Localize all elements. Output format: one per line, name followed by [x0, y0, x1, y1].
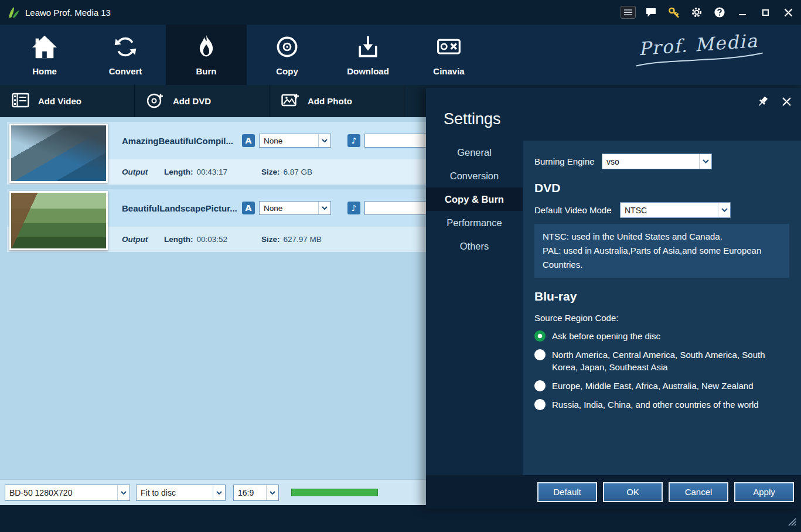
ok-button[interactable]: OK: [603, 482, 663, 502]
subtitle-select[interactable]: None: [259, 201, 331, 215]
burning-engine-value: vso: [602, 157, 699, 166]
chevron-down-icon: [318, 202, 330, 214]
info-line-1: NTSC: used in the United States and Cana…: [543, 230, 781, 244]
size-label: Size:: [261, 235, 280, 244]
subtitle-icon: A: [242, 202, 255, 214]
add-video-button[interactable]: Add Video: [0, 85, 135, 117]
resize-grip[interactable]: [788, 518, 796, 528]
leawo-logo-icon: [7, 6, 20, 19]
settings-gear-icon[interactable]: [687, 4, 706, 21]
toolbar-button-label: Add DVD: [173, 96, 211, 106]
tab-cinavia[interactable]: Cinavia: [408, 25, 489, 85]
chevron-down-icon: [699, 154, 711, 169]
settings-content: Burning Engine vso DVD Default Video Mod…: [523, 141, 801, 475]
length-label: Length:: [164, 235, 193, 244]
video-mode-value: NTSC: [621, 206, 718, 215]
amd-overlay-badge-icon: [619, 4, 638, 21]
disc-type-value: BD-50 1280X720: [5, 488, 117, 497]
video-mode-info-box: NTSC: used in the United States and Cana…: [534, 224, 789, 278]
settings-close-icon[interactable]: [779, 94, 794, 109]
region-option-label: Europe, Middle East, Africa, Australia, …: [552, 380, 754, 392]
tab-label: Burn: [196, 66, 217, 76]
subtitle-icon: A: [242, 134, 255, 147]
register-key-icon[interactable]: [664, 4, 683, 21]
region-option-label: North America, Central America, South Am…: [552, 349, 786, 373]
size-value: 6.87 GB: [284, 168, 313, 176]
tab-label: Copy: [276, 66, 298, 76]
video-title: AmazingBeautifulCompil...: [122, 136, 242, 146]
tab-home[interactable]: Home: [4, 25, 85, 85]
tab-convert[interactable]: Convert: [85, 25, 166, 85]
settings-nav-conversion[interactable]: Conversion: [426, 164, 523, 187]
minimize-button[interactable]: [733, 4, 752, 21]
aspect-ratio-select[interactable]: 16:9: [233, 485, 279, 501]
burning-engine-select[interactable]: vso: [602, 154, 712, 169]
radio-icon[interactable]: [534, 349, 546, 360]
maximize-button[interactable]: [756, 4, 775, 21]
settings-panel: Settings General Conversion Copy & Burn: [426, 88, 801, 509]
radio-icon[interactable]: [534, 380, 546, 391]
audio-track-icon: ♪: [347, 134, 360, 147]
info-line-2: PAL: used in Australia,Parts of Asia,and…: [543, 244, 781, 272]
disc-plus-icon: [146, 92, 164, 111]
pin-icon[interactable]: [755, 94, 771, 109]
photo-plus-icon: [281, 93, 299, 110]
help-icon[interactable]: [710, 4, 729, 21]
length-value: 00:43:17: [197, 168, 228, 176]
video-mode-select[interactable]: NTSC: [620, 202, 731, 218]
app-window: Leawo Prof. Media 13: [0, 0, 801, 532]
burn-flame-icon: [193, 34, 219, 62]
settings-footer: Default OK Cancel Apply: [426, 475, 801, 509]
region-option-ask[interactable]: Ask before opening the disc: [534, 330, 789, 342]
chevron-down-icon: [266, 485, 278, 500]
cinavia-icon: [436, 34, 462, 62]
main-navbar: Home Convert: [0, 25, 801, 85]
region-option-a[interactable]: North America, Central America, South Am…: [534, 349, 789, 373]
fit-mode-value: Fit to disc: [137, 488, 213, 497]
chevron-down-icon: [318, 134, 330, 147]
burning-engine-label: Burning Engine: [534, 156, 602, 166]
add-dvd-button[interactable]: Add DVD: [135, 85, 270, 117]
aspect-ratio-value: 16:9: [234, 488, 266, 497]
default-button[interactable]: Default: [537, 482, 597, 502]
tab-copy[interactable]: Copy: [247, 25, 328, 85]
disc-capacity-bar: [291, 489, 378, 496]
region-option-label: Ask before opening the disc: [552, 330, 660, 342]
tab-label: Convert: [109, 66, 142, 76]
tab-burn[interactable]: Burn: [166, 25, 247, 85]
region-option-b[interactable]: Europe, Middle East, Africa, Australia, …: [534, 380, 789, 392]
convert-arrows-icon: [113, 34, 138, 62]
disc-type-select[interactable]: BD-50 1280X720: [5, 485, 130, 501]
output-label: Output: [122, 235, 157, 244]
tab-label: Download: [347, 66, 389, 76]
region-option-c[interactable]: Russia, India, China, and other countrie…: [534, 398, 789, 411]
region-option-label: Russia, India, China, and other countrie…: [552, 398, 759, 411]
length-label: Length:: [164, 168, 193, 176]
settings-nav-performance[interactable]: Performance: [426, 211, 523, 234]
cancel-button[interactable]: Cancel: [669, 482, 728, 502]
bluray-heading: Blu-ray: [534, 289, 789, 303]
video-title: BeautifulLandscapePictur...: [122, 203, 242, 213]
settings-nav-copy-burn[interactable]: Copy & Burn: [426, 187, 523, 211]
dvd-heading: DVD: [534, 181, 789, 195]
settings-title: Settings: [444, 110, 501, 128]
tab-download[interactable]: Download: [328, 25, 408, 85]
feedback-bubble-icon[interactable]: [642, 4, 660, 21]
subtitle-select[interactable]: None: [259, 134, 331, 148]
home-icon: [31, 34, 58, 62]
length-value: 00:03:52: [197, 235, 228, 244]
settings-nav: General Conversion Copy & Burn Performan…: [426, 141, 523, 475]
video-thumbnail: [9, 191, 108, 250]
add-photo-button[interactable]: Add Photo: [270, 85, 404, 117]
toolbar-button-label: Add Photo: [308, 96, 352, 106]
radio-selected-icon[interactable]: [534, 330, 546, 342]
settings-nav-others[interactable]: Others: [426, 234, 523, 258]
radio-icon[interactable]: [534, 399, 546, 410]
apply-button[interactable]: Apply: [734, 482, 794, 502]
region-code-label: Source Region Code:: [534, 313, 789, 323]
size-label: Size:: [261, 168, 280, 176]
settings-nav-general[interactable]: General: [426, 141, 523, 164]
titlebar: Leawo Prof. Media 13: [0, 0, 801, 25]
fit-mode-select[interactable]: Fit to disc: [136, 485, 226, 501]
close-button[interactable]: [779, 4, 797, 21]
